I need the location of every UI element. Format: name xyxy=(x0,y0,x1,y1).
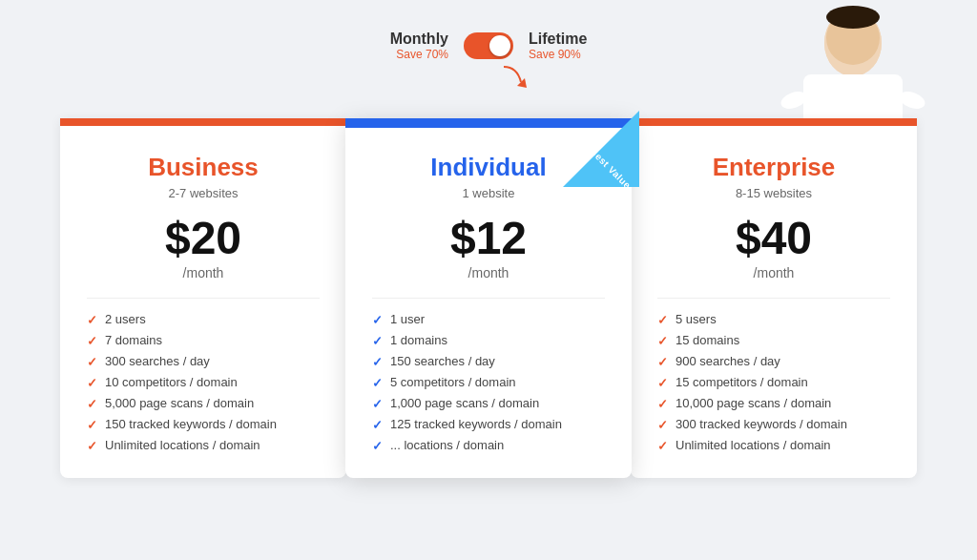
enterprise-subtitle: 8-15 websites xyxy=(657,186,890,200)
check-icon: ✓ xyxy=(372,376,383,390)
check-icon: ✓ xyxy=(372,397,383,411)
list-item: ✓10,000 page scans / domain xyxy=(657,396,890,411)
enterprise-features: ✓5 users ✓15 domains ✓900 searches / day… xyxy=(657,312,890,453)
lifetime-label-group: Lifetime Save 90% xyxy=(529,31,587,61)
individual-top-bar xyxy=(345,118,632,128)
check-icon: ✓ xyxy=(657,355,668,369)
enterprise-divider xyxy=(657,298,890,299)
check-icon: ✓ xyxy=(372,355,383,369)
enterprise-price: $40 xyxy=(657,216,890,261)
enterprise-title: Enterprise xyxy=(657,153,890,182)
list-item: ✓... locations / domain xyxy=(372,438,605,453)
list-item: ✓5 competitors / domain xyxy=(372,375,605,390)
list-item: ✓7 domains xyxy=(87,333,320,348)
billing-toggle-section: Monthly Save 70% Lifetime Save 90% xyxy=(0,0,977,61)
check-icon: ✓ xyxy=(87,334,97,348)
individual-title: Individual xyxy=(372,153,605,182)
check-icon: ✓ xyxy=(372,334,383,348)
list-item: ✓2 users xyxy=(87,312,320,327)
individual-card: Best Value Individual 1 website $12 /mon… xyxy=(345,118,632,478)
pricing-cards-section: Business 2-7 websites $20 /month ✓2 user… xyxy=(0,118,977,478)
business-features: ✓2 users ✓7 domains ✓300 searches / day … xyxy=(87,312,320,453)
list-item: ✓1 domains xyxy=(372,333,605,348)
list-item: ✓1,000 page scans / domain xyxy=(372,396,605,411)
individual-price-amount: $12 xyxy=(450,213,527,263)
toggle-knob xyxy=(489,35,510,56)
check-icon: ✓ xyxy=(87,376,97,390)
svg-marker-8 xyxy=(517,78,527,88)
business-card: Business 2-7 websites $20 /month ✓2 user… xyxy=(60,118,346,478)
individual-subtitle: 1 website xyxy=(372,186,605,200)
business-price: $20 xyxy=(87,216,320,261)
list-item: ✓300 tracked keywords / domain xyxy=(657,417,890,432)
enterprise-top-bar xyxy=(631,118,917,126)
page-wrapper: Monthly Save 70% Lifetime Save 90% Busin… xyxy=(0,0,977,560)
business-period: /month xyxy=(87,265,320,280)
check-icon: ✓ xyxy=(657,313,668,327)
business-top-bar xyxy=(60,118,346,126)
enterprise-period: /month xyxy=(657,265,890,280)
check-icon: ✓ xyxy=(87,355,97,369)
list-item: ✓Unlimited locations / domain xyxy=(87,438,320,453)
list-item: ✓Unlimited locations / domain xyxy=(657,438,890,453)
check-icon: ✓ xyxy=(87,418,97,432)
list-item: ✓125 tracked keywords / domain xyxy=(372,417,605,432)
list-item: ✓150 searches / day xyxy=(372,354,605,369)
monthly-save: Save 70% xyxy=(390,48,448,61)
lifetime-save: Save 90% xyxy=(529,48,587,61)
check-icon: ✓ xyxy=(657,334,668,348)
monthly-label-group: Monthly Save 70% xyxy=(390,31,448,61)
list-item: ✓300 searches / day xyxy=(87,354,320,369)
list-item: ✓1 user xyxy=(372,312,605,327)
check-icon: ✓ xyxy=(657,418,668,432)
list-item: ✓150 tracked keywords / domain xyxy=(87,417,320,432)
enterprise-price-amount: $40 xyxy=(736,213,812,263)
business-divider xyxy=(87,298,320,299)
check-icon: ✓ xyxy=(87,313,97,327)
check-icon: ✓ xyxy=(372,439,383,453)
list-item: ✓5,000 page scans / domain xyxy=(87,396,320,411)
check-icon: ✓ xyxy=(87,397,97,411)
check-icon: ✓ xyxy=(657,376,668,390)
enterprise-card: Enterprise 8-15 websites $40 /month ✓5 u… xyxy=(631,118,917,478)
lifetime-label: Lifetime xyxy=(529,31,587,48)
list-item: ✓10 competitors / domain xyxy=(87,375,320,390)
individual-price: $12 xyxy=(372,216,605,261)
check-icon: ✓ xyxy=(372,418,383,432)
billing-toggle[interactable] xyxy=(464,32,513,59)
individual-features: ✓1 user ✓1 domains ✓150 searches / day ✓… xyxy=(372,312,605,453)
check-icon: ✓ xyxy=(657,439,668,453)
monthly-label: Monthly xyxy=(390,31,448,48)
check-icon: ✓ xyxy=(87,439,97,453)
list-item: ✓15 domains xyxy=(657,333,890,348)
list-item: ✓15 competitors / domain xyxy=(657,375,890,390)
list-item: ✓900 searches / day xyxy=(657,354,890,369)
check-icon: ✓ xyxy=(372,313,383,327)
check-icon: ✓ xyxy=(657,397,668,411)
business-title: Business xyxy=(87,153,320,182)
arrow-icon xyxy=(500,63,534,90)
business-price-amount: $20 xyxy=(165,213,241,263)
individual-period: /month xyxy=(372,265,605,280)
individual-divider xyxy=(372,298,605,299)
list-item: ✓5 users xyxy=(657,312,890,327)
business-subtitle: 2-7 websites xyxy=(87,186,320,200)
